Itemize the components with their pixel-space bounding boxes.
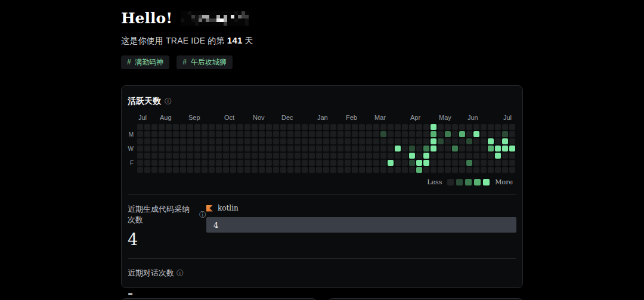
heatmap-cell — [259, 131, 265, 137]
heatmap-cell — [345, 138, 351, 144]
heatmap-cell — [431, 138, 436, 144]
month-label: Aug — [160, 114, 172, 121]
heatmap-cell — [459, 167, 465, 173]
heatmap-cell — [244, 124, 250, 130]
heatmap-cell — [416, 138, 422, 144]
heatmap-cell — [431, 160, 436, 166]
heatmap-cell — [438, 146, 444, 151]
heatmap-cell — [502, 146, 508, 151]
heatmap-cell — [502, 167, 508, 173]
heatmap-cell — [338, 138, 343, 144]
heatmap-cell — [259, 153, 265, 159]
heatmap-cell — [295, 146, 301, 151]
heatmap-cell — [330, 153, 336, 159]
heatmap-cell — [309, 124, 315, 130]
heatmap-cell — [466, 124, 472, 130]
info-icon[interactable]: ⓘ — [177, 268, 184, 279]
info-icon[interactable]: ⓘ — [165, 97, 172, 107]
heatmap-cell — [359, 146, 365, 151]
heatmap-cell — [366, 146, 372, 151]
heatmap-cell — [373, 146, 379, 151]
heatmap-cell — [409, 160, 415, 166]
heatmap-cell — [473, 160, 479, 166]
heatmap-cell — [438, 131, 444, 137]
heatmap-cell — [366, 138, 372, 144]
conversations-label: 近期对话次数 — [128, 268, 174, 279]
heatmap-cell — [416, 124, 422, 130]
heatmap-cell — [466, 131, 472, 137]
heatmap-cell — [187, 124, 193, 130]
heatmap-cell — [495, 153, 501, 159]
heatmap-cell — [473, 124, 479, 130]
heatmap-cell — [194, 146, 200, 151]
heatmap-cell — [173, 131, 179, 137]
heatmap-cell — [445, 146, 451, 151]
heatmap-cell — [502, 160, 508, 166]
heatmap-cell — [323, 131, 329, 137]
kotlin-bar: 4 — [206, 217, 516, 233]
heatmap-cell — [252, 153, 258, 159]
heatmap-cell — [273, 138, 279, 144]
heatmap-cell — [244, 153, 250, 159]
heatmap-cell — [295, 153, 301, 159]
heatmap-cell — [230, 153, 236, 159]
heatmap-cell — [338, 167, 343, 173]
conversations-label-row: 近期对话次数 ⓘ — [128, 268, 206, 279]
heatmap-cell — [388, 160, 394, 166]
heatmap-cell — [237, 153, 243, 159]
subtitle-prefix: 这是你使用 TRAE IDE 的第 — [121, 36, 227, 45]
heatmap-cell — [273, 167, 279, 173]
heatmap-cell — [423, 131, 429, 137]
heatmap-cell — [509, 138, 515, 144]
heatmap-cell — [388, 124, 394, 130]
heatmap-cell — [359, 124, 365, 130]
heatmap-cell — [423, 124, 429, 130]
heatmap-cell — [287, 124, 293, 130]
acceptance-label: 近期生成代码采纳次数 — [128, 204, 197, 225]
heatmap-cell — [159, 146, 165, 151]
heatmap-cell — [459, 146, 465, 151]
heatmap-cell — [144, 167, 150, 173]
heatmap-cell — [388, 153, 394, 159]
heatmap-cell — [159, 167, 165, 173]
heatmap-cell — [209, 160, 215, 166]
heatmap-cell — [438, 153, 444, 159]
heatmap-cell — [216, 124, 222, 130]
heatmap-cell — [459, 124, 465, 130]
heatmap-cell — [280, 160, 286, 166]
heatmap-cell — [216, 160, 222, 166]
heatmap-cell — [466, 153, 472, 159]
heatmap-cell — [423, 160, 429, 166]
heatmap-cell — [488, 167, 494, 173]
heatmap-cell — [295, 167, 301, 173]
subtitle-suffix: 天 — [242, 36, 253, 45]
heatmap-cell — [330, 131, 336, 137]
heatmap-cell — [452, 131, 458, 137]
usage-days-count: 141 — [227, 35, 243, 45]
heatmap-cell — [466, 160, 472, 166]
heatmap-cell — [166, 131, 172, 137]
heatmap-cell — [481, 124, 487, 130]
heatmap-cell — [481, 146, 487, 151]
heatmap-cell — [166, 124, 172, 130]
section-divider — [128, 194, 516, 195]
heatmap-cell — [259, 138, 265, 144]
heatmap-cell — [373, 131, 379, 137]
heatmap-cell — [481, 138, 487, 144]
heatmap-cell — [330, 160, 336, 166]
heatmap-cell — [338, 131, 343, 137]
heatmap-cell — [452, 138, 458, 144]
heatmap-cell — [338, 124, 343, 130]
heatmap-cell — [287, 167, 293, 173]
heatmap-cell — [316, 153, 322, 159]
info-icon[interactable]: ⓘ — [199, 210, 206, 220]
heatmap-cell — [323, 146, 329, 151]
heatmap-cell — [202, 138, 208, 144]
heatmap-cell — [380, 160, 386, 166]
usage-days-subtitle: 这是你使用 TRAE IDE 的第 141 天 — [121, 35, 523, 47]
heatmap-cell — [502, 138, 508, 144]
heatmap-cell — [366, 167, 372, 173]
heatmap-cell — [380, 124, 386, 130]
heatmap-cell — [223, 124, 229, 130]
heatmap-cell — [466, 138, 472, 144]
